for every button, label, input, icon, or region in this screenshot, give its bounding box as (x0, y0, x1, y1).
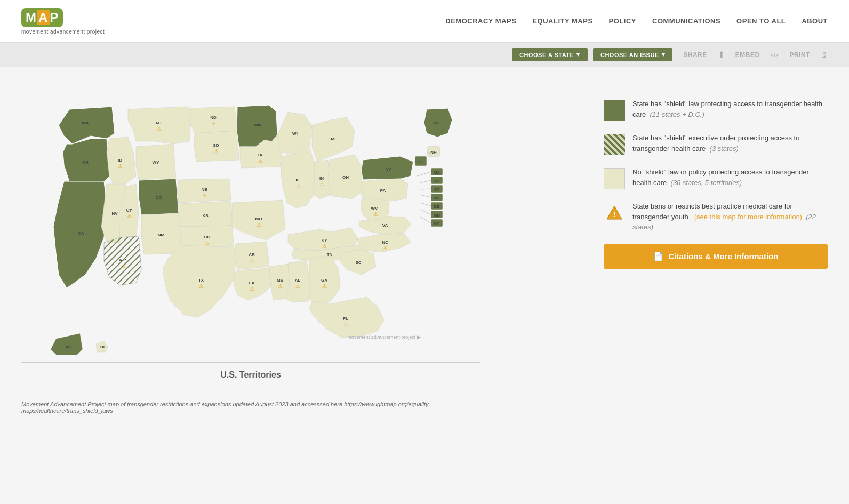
map-area: WA OR CA ID ⚠ NV MT ⚠ WY UT (21, 77, 593, 385)
svg-text:WA: WA (82, 121, 89, 125)
svg-text:RI: RI (435, 179, 439, 183)
svg-text:NH: NH (430, 150, 437, 155)
legend-item-shield-law: State has "shield" law protecting access… (604, 99, 828, 121)
svg-line-76 (420, 180, 431, 183)
footer-text: Movement Advancement Project map of tran… (0, 396, 480, 425)
svg-text:MN: MN (254, 123, 261, 127)
svg-text:⚠: ⚠ (214, 148, 219, 154)
svg-text:⚠: ⚠ (383, 245, 388, 251)
svg-text:NE: NE (201, 187, 207, 192)
svg-text:SC: SC (355, 260, 361, 265)
state-MT[interactable] (128, 107, 192, 144)
ban-map-link[interactable]: (see this map for more information) (694, 213, 802, 221)
svg-text:WV: WV (371, 206, 379, 211)
svg-text:AK: AK (65, 345, 71, 349)
svg-text:⚠: ⚠ (199, 283, 204, 289)
svg-text:⚠: ⚠ (278, 283, 283, 289)
svg-text:AL: AL (295, 278, 301, 283)
svg-text:UT: UT (126, 208, 132, 213)
swatch-solid-dark (604, 100, 625, 121)
svg-text:⚠: ⚠ (258, 158, 263, 164)
toolbar: CHOOSE A STATE ▾ CHOOSE AN ISSUE ▾ SHARE… (0, 43, 849, 67)
svg-text:⚠: ⚠ (373, 211, 378, 217)
svg-text:HI: HI (100, 345, 105, 349)
document-icon: 📄 (653, 252, 663, 261)
svg-text:MI: MI (331, 137, 336, 141)
legend-item-shield-eo: State has "shield" executive order prote… (604, 133, 828, 155)
logo-subtitle: movement advancement project (21, 29, 105, 35)
svg-text:OK: OK (204, 235, 210, 239)
svg-text:GA: GA (321, 278, 327, 283)
svg-text:DC: DC (434, 221, 440, 226)
swatch-hatched (604, 134, 625, 155)
svg-text:ME: ME (434, 121, 441, 125)
embed-button[interactable]: EMBED (730, 48, 765, 62)
choose-state-button[interactable]: CHOOSE A STATE ▾ (512, 48, 588, 61)
svg-text:OH: OH (342, 175, 349, 180)
svg-text:⚠: ⚠ (343, 322, 348, 327)
svg-text:⚠: ⚠ (211, 121, 216, 126)
territories-label: U.S. Territories (21, 362, 480, 385)
svg-text:MO: MO (255, 217, 262, 221)
svg-text:!: ! (613, 210, 616, 219)
svg-line-75 (417, 172, 431, 176)
print-button[interactable]: PRINT (784, 48, 816, 62)
svg-text:⚠: ⚠ (257, 222, 261, 228)
chevron-down-icon: ▾ (662, 51, 666, 58)
svg-text:CT: CT (434, 187, 440, 192)
svg-line-79 (420, 203, 431, 206)
legend-text-ban: State bans or restricts best practice me… (632, 201, 828, 233)
svg-text:MT: MT (156, 121, 162, 125)
svg-text:⚠: ⚠ (202, 193, 207, 198)
nav-about[interactable]: ABOUT (802, 17, 828, 25)
svg-text:⚠: ⚠ (250, 286, 254, 292)
nav-communications[interactable]: COMMUNICATIONS (652, 17, 720, 25)
svg-text:⚠: ⚠ (322, 243, 327, 249)
svg-text:CA: CA (78, 231, 84, 236)
svg-text:IA: IA (258, 153, 262, 157)
svg-text:IL: IL (295, 178, 299, 182)
legend-item-ban: ! State bans or restricts best practice … (604, 201, 828, 233)
us-map-svg: WA OR CA ID ⚠ NV MT ⚠ WY UT (21, 77, 480, 355)
svg-text:⚠: ⚠ (157, 126, 162, 132)
chevron-down-icon: ▾ (576, 51, 580, 58)
svg-text:WI: WI (292, 131, 298, 136)
svg-text:⚠: ⚠ (127, 213, 132, 219)
svg-text:KY: KY (321, 238, 327, 243)
svg-text:ND: ND (210, 115, 217, 120)
share-button[interactable]: SHARE (678, 48, 712, 62)
svg-text:AR: AR (249, 252, 255, 257)
nav-policy[interactable]: POLICY (609, 17, 636, 25)
nav-open-to-all[interactable]: OPEN TO ALL (736, 17, 786, 25)
nav-democracy-maps[interactable]: DEMOCRACY MAPS (445, 17, 516, 25)
svg-text:⚠: ⚠ (205, 240, 210, 246)
svg-text:NY: NY (385, 167, 391, 172)
legend-item-no-shield: No "shield" law or policy protecting acc… (604, 167, 828, 189)
logo-box[interactable]: MAP (21, 8, 63, 27)
svg-text:SD: SD (213, 143, 219, 148)
svg-text:ID: ID (118, 158, 122, 163)
state-ND[interactable] (189, 107, 237, 133)
svg-text:CO: CO (156, 195, 162, 200)
svg-text:⚠: ⚠ (319, 181, 324, 187)
swatch-light (604, 168, 625, 189)
svg-text:⚠: ⚠ (322, 283, 327, 289)
svg-text:⚠: ⚠ (118, 163, 123, 169)
svg-text:IN: IN (319, 176, 324, 181)
state-AK[interactable] (51, 333, 83, 355)
svg-text:OR: OR (82, 160, 89, 165)
legend-text-no-shield: No "shield" law or policy protecting acc… (632, 167, 828, 188)
svg-text:MA: MA (434, 170, 440, 175)
main-content: WA OR CA ID ⚠ NV MT ⚠ WY UT (0, 67, 849, 396)
svg-text:⚠: ⚠ (121, 263, 125, 269)
svg-text:NV: NV (111, 211, 118, 216)
citations-button[interactable]: 📄 Citations & More Information (604, 244, 828, 269)
nav-equality-maps[interactable]: EQUALITY MAPS (532, 17, 592, 25)
svg-text:⚠: ⚠ (250, 258, 254, 263)
svg-text:NM: NM (158, 233, 165, 237)
svg-text:NC: NC (382, 240, 388, 245)
svg-text:⚠: ⚠ (297, 183, 301, 189)
choose-issue-button[interactable]: CHOOSE AN ISSUE ▾ (593, 48, 672, 61)
swatch-warning: ! (604, 202, 625, 223)
legend-text-shield-eo: State has "shield" executive order prote… (632, 133, 828, 154)
